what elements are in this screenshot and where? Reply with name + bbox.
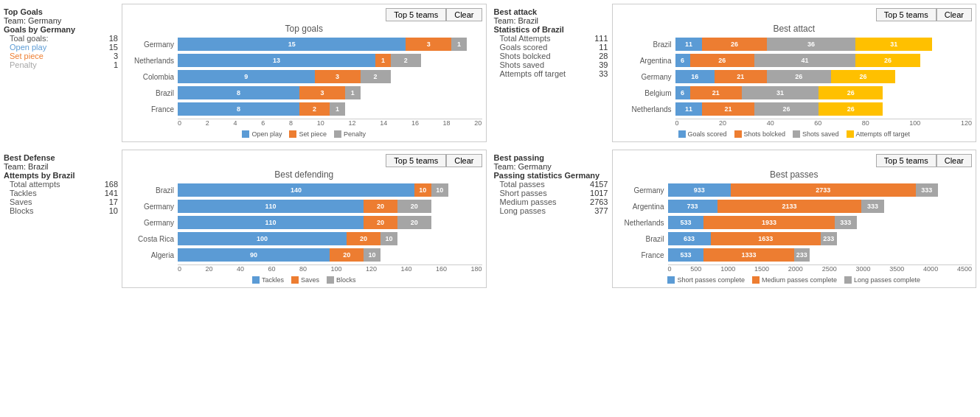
passing-stat-0: Total passes4157 bbox=[494, 180, 608, 189]
best-passing-top5-btn[interactable]: Top 5 teams bbox=[876, 154, 936, 167]
top-goals-chart: Germany 15 3 1 Netherlands 13 1 2 bbox=[126, 38, 482, 138]
best-defense-top5-btn[interactable]: Top 5 teams bbox=[386, 154, 446, 167]
best-defense-panel: Best Defense Team: Brazil Attempts by Br… bbox=[4, 150, 487, 288]
bar-row-netherlands-goals: Netherlands 13 1 2 bbox=[126, 54, 482, 67]
bar-defense-algeria: Algeria 90 20 10 bbox=[126, 248, 482, 262]
best-defense-title: Best Defense bbox=[4, 153, 118, 162]
attack-stat-2: Shots bolcked28 bbox=[494, 52, 608, 60]
bar-row-brazil-goals: Brazil 8 3 1 bbox=[126, 86, 482, 99]
attack-stat-4: Attempts off target33 bbox=[494, 69, 608, 78]
passing-legend: Short passes complete Medium passes comp… bbox=[616, 276, 973, 284]
bar-attack-belgium: Belgium 6 21 31 26 bbox=[616, 86, 973, 99]
bar-attack-germany: Germany 16 21 26 26 bbox=[616, 70, 973, 83]
best-defense-info: Best Defense Team: Brazil Attempts by Br… bbox=[4, 150, 118, 288]
best-passing-title: Best passing bbox=[494, 153, 608, 162]
goals-legend: Open play Set piece Penalty bbox=[126, 130, 482, 138]
top-goals-toolbar: Top 5 teams Clear bbox=[126, 8, 482, 21]
best-defense-chart-container: Top 5 teams Clear Best defending Brazil … bbox=[122, 150, 487, 288]
best-attack-title: Best attack bbox=[494, 7, 608, 16]
attack-stat-3: Shots saved39 bbox=[494, 60, 608, 69]
bar-attack-brazil: Brazil 11 26 36 31 bbox=[616, 38, 973, 51]
bar-defense-germany1: Germany 110 20 20 bbox=[126, 200, 482, 213]
bar-passing-france: France 533 1333 233 bbox=[616, 248, 973, 262]
top-goals-stat-1: Open play15 bbox=[4, 43, 118, 52]
best-passing-info: Best passing Team: Germany Passing stati… bbox=[494, 150, 608, 288]
best-attack-info: Best attack Team: Brazil Statistics of B… bbox=[494, 4, 608, 142]
defense-stat-1: Tackles141 bbox=[4, 189, 118, 197]
goals-x-axis: 0 2 4 6 8 10 12 14 16 18 20 bbox=[178, 119, 482, 127]
best-passing-chart-container: Top 5 teams Clear Best passes Germany 93… bbox=[612, 150, 977, 288]
passing-stat-2: Medium passes2763 bbox=[494, 197, 608, 206]
defense-stat-2: Saves17 bbox=[4, 197, 118, 206]
bar-passing-argentina: Argentina 733 2133 333 bbox=[616, 200, 973, 213]
bar-row-france-goals: France 8 2 1 bbox=[126, 102, 482, 116]
best-attack-chart-container: Top 5 teams Clear Best attact Brazil 11 … bbox=[612, 4, 977, 142]
best-defense-clear-btn[interactable]: Clear bbox=[446, 154, 482, 167]
top-goals-stat-2: Set piece3 bbox=[4, 52, 118, 60]
bar-attack-argentina: Argentina 6 26 41 26 bbox=[616, 54, 973, 67]
best-defense-stats-title: Attempts by Brazil bbox=[4, 171, 118, 180]
best-defense-toolbar: Top 5 teams Clear bbox=[126, 154, 482, 167]
top-goals-stat-0: Toal goals:18 bbox=[4, 34, 118, 43]
defense-legend: Tackles Saves Blocks bbox=[126, 276, 482, 284]
best-passing-team: Team: Germany bbox=[494, 162, 608, 171]
best-passing-clear-btn[interactable]: Clear bbox=[936, 154, 972, 167]
attack-stat-1: Goals scored11 bbox=[494, 43, 608, 52]
best-defense-team: Team: Brazil bbox=[4, 162, 118, 171]
defense-stat-0: Total attempts168 bbox=[4, 180, 118, 189]
bar-passing-netherlands: Netherlands 533 1933 333 bbox=[616, 216, 973, 229]
defense-stat-3: Blocks10 bbox=[4, 206, 118, 215]
passing-stat-3: Long passes377 bbox=[494, 206, 608, 215]
best-attack-top5-btn[interactable]: Top 5 teams bbox=[876, 8, 936, 21]
bar-defense-germany2: Germany 110 20 20 bbox=[126, 216, 482, 229]
top-goals-info: Top Goals Team: Germany Goals by Germany… bbox=[4, 4, 118, 142]
passing-stat-1: Short passes1017 bbox=[494, 189, 608, 197]
top-goals-stats-title: Goals by Germany bbox=[4, 25, 118, 34]
best-attack-clear-btn[interactable]: Clear bbox=[936, 8, 972, 21]
bar-attack-netherlands: Netherlands 11 21 26 26 bbox=[616, 102, 973, 116]
top-goals-team: Team: Germany bbox=[4, 16, 118, 25]
top-goals-stat-3: Penalty1 bbox=[4, 60, 118, 69]
bar-defense-costarica: Costa Rica 100 20 10 bbox=[126, 232, 482, 245]
best-attack-toolbar: Top 5 teams Clear bbox=[616, 8, 973, 21]
attack-legend: Goals scored Shots bolcked Shots saved A… bbox=[616, 130, 973, 138]
passing-x-axis: 0 500 1000 1500 2000 2500 3000 3500 4000… bbox=[668, 264, 973, 273]
top-goals-panel: Top Goals Team: Germany Goals by Germany… bbox=[4, 4, 487, 142]
top-goals-top5-btn[interactable]: Top 5 teams bbox=[386, 8, 446, 21]
bar-row-colombia-goals: Colombia 9 3 2 bbox=[126, 70, 482, 83]
best-passing-chart-title: Best passes bbox=[616, 169, 973, 180]
top-goals-title: Top Goals bbox=[4, 7, 118, 16]
best-attack-stats-title: Statistics of Brazil bbox=[494, 25, 608, 34]
bar-defense-brazil: Brazil 140 10 10 bbox=[126, 183, 482, 197]
best-attack-panel: Best attack Team: Brazil Statistics of B… bbox=[494, 4, 977, 142]
bar-passing-germany: Germany 933 2733 333 bbox=[616, 183, 973, 197]
defense-x-axis: 0 20 40 60 80 100 120 140 160 180 bbox=[178, 264, 482, 273]
best-attack-chart: Brazil 11 26 36 31 Argentina 6 26 41 bbox=[616, 38, 973, 138]
bar-row-germany-goals: Germany 15 3 1 bbox=[126, 38, 482, 51]
best-passing-stats-title: Passing statistics Germany bbox=[494, 171, 608, 180]
attack-stat-0: Total Attempts111 bbox=[494, 34, 608, 43]
top-goals-clear-btn[interactable]: Clear bbox=[446, 8, 482, 21]
best-defense-chart-title: Best defending bbox=[126, 169, 482, 180]
best-attack-team: Team: Brazil bbox=[494, 16, 608, 25]
best-passing-panel: Best passing Team: Germany Passing stati… bbox=[494, 150, 977, 288]
best-passing-chart: Germany 933 2733 333 Argentina 733 2133 … bbox=[616, 183, 973, 284]
bar-passing-brazil: Brazil 633 1633 233 bbox=[616, 232, 973, 245]
best-attack-chart-title: Best attact bbox=[616, 24, 973, 34]
best-passing-toolbar: Top 5 teams Clear bbox=[616, 154, 973, 167]
best-defense-chart: Brazil 140 10 10 Germany 110 20 20 bbox=[126, 183, 482, 284]
top-goals-chart-title: Top goals bbox=[126, 24, 482, 34]
attack-x-axis: 0 20 40 60 80 100 120 bbox=[675, 119, 973, 127]
top-goals-chart-container: Top 5 teams Clear Top goals Germany 15 3… bbox=[122, 4, 487, 142]
